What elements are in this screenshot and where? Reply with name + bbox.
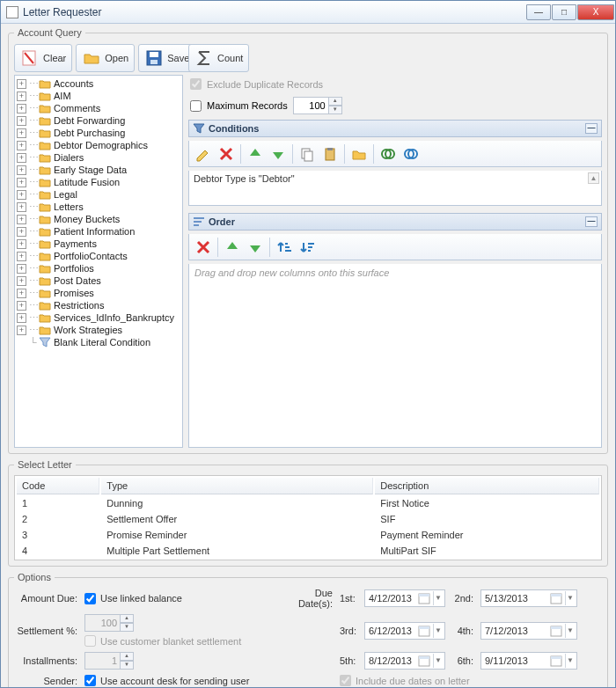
spin-up-icon[interactable]: ▲ xyxy=(120,614,134,623)
column-header[interactable]: Type xyxy=(101,478,373,494)
tree-leaf[interactable]: └Blank Literal Condition xyxy=(17,336,180,348)
tree-item[interactable]: +⋯Patient Information xyxy=(17,225,180,238)
date2-picker[interactable]: 5/13/2013▼ xyxy=(480,589,577,607)
tree-item[interactable]: +⋯Work Strategies xyxy=(17,324,180,336)
tree-item[interactable]: +⋯Payments xyxy=(17,238,180,250)
exclude-duplicates-checkbox[interactable] xyxy=(190,78,202,90)
expand-icon[interactable]: + xyxy=(17,289,26,298)
use-desk-checkbox[interactable] xyxy=(84,675,96,686)
order-dropzone[interactable]: Drag and drop new columns onto this surf… xyxy=(188,264,602,448)
expand-icon[interactable]: + xyxy=(17,104,26,113)
tree-item[interactable]: +⋯Dialers xyxy=(17,151,180,164)
tree-item[interactable]: +⋯Post Dates xyxy=(17,274,180,287)
group-and-icon[interactable] xyxy=(378,143,399,165)
expand-icon[interactable]: + xyxy=(17,326,26,335)
tree-item[interactable]: +⋯Letters xyxy=(17,201,180,213)
order-delete-icon[interactable] xyxy=(193,237,214,258)
order-up-icon[interactable] xyxy=(222,237,243,258)
tree-item[interactable]: +⋯Promises xyxy=(17,287,180,299)
settlement-value[interactable] xyxy=(84,614,120,632)
count-button[interactable]: Count xyxy=(188,44,249,72)
conditions-text[interactable]: Debtor Type is "Debtor" ▲ xyxy=(188,171,602,206)
table-row[interactable]: 1DunningFirst Notice xyxy=(17,496,599,510)
tree-item[interactable]: +⋯Debt Purchasing xyxy=(17,127,180,139)
expand-icon[interactable]: + xyxy=(17,215,26,224)
tree-item[interactable]: +⋯Money Buckets xyxy=(17,213,180,225)
sort-desc-icon[interactable] xyxy=(297,237,318,258)
copy-icon[interactable] xyxy=(297,143,318,165)
expand-icon[interactable]: + xyxy=(17,239,26,249)
tree-item[interactable]: +⋯Legal xyxy=(17,188,180,201)
settlement-spinner[interactable]: ▲▼ xyxy=(84,614,134,632)
table-row[interactable]: 3Promise ReminderPayment Reminder xyxy=(17,528,599,542)
tree-item[interactable]: +⋯Debt Forwarding xyxy=(17,114,180,127)
edit-icon[interactable] xyxy=(193,143,214,165)
move-up-icon[interactable] xyxy=(245,143,266,165)
column-header[interactable]: Description xyxy=(375,478,599,494)
dropdown-icon[interactable]: ▼ xyxy=(433,591,443,605)
tree-item[interactable]: +⋯AIM xyxy=(17,90,180,102)
table-row[interactable]: 4Multiple Part SettlementMultiPart SIF xyxy=(17,544,599,558)
order-down-icon[interactable] xyxy=(245,237,266,258)
date1-picker[interactable]: 4/12/2013▼ xyxy=(364,589,445,607)
scroll-up-icon[interactable]: ▲ xyxy=(588,172,599,184)
expand-icon[interactable]: + xyxy=(17,276,26,286)
dropdown-icon[interactable]: ▼ xyxy=(433,654,443,668)
expand-icon[interactable]: + xyxy=(17,116,26,126)
maximize-button[interactable]: □ xyxy=(552,4,576,20)
expand-icon[interactable]: + xyxy=(17,91,26,101)
tree-item[interactable]: +⋯Comments xyxy=(17,102,180,114)
open-button[interactable]: Open xyxy=(76,44,135,72)
move-down-icon[interactable] xyxy=(268,143,289,165)
letter-grid[interactable]: CodeTypeDescription 1DunningFirst Notice… xyxy=(14,475,602,560)
tree-item[interactable]: +⋯Services_IdInfo_Bankruptcy xyxy=(17,311,180,324)
folder-icon[interactable] xyxy=(348,143,370,165)
expand-icon[interactable]: + xyxy=(17,79,26,89)
date3-picker[interactable]: 6/12/2013▼ xyxy=(364,622,445,640)
conditions-collapse-button[interactable]: — xyxy=(585,123,598,134)
save-button[interactable]: Save xyxy=(138,44,195,72)
expand-icon[interactable]: + xyxy=(17,190,26,200)
date4-picker[interactable]: 7/12/2013▼ xyxy=(480,622,577,640)
tree-item[interactable]: +⋯Early Stage Data xyxy=(17,164,180,176)
expand-icon[interactable]: + xyxy=(17,252,26,261)
include-dates-checkbox[interactable] xyxy=(340,675,351,686)
expand-icon[interactable]: + xyxy=(17,202,26,212)
query-tree[interactable]: +⋯Accounts+⋯AIM+⋯Comments+⋯Debt Forwardi… xyxy=(14,75,183,448)
max-records-value[interactable] xyxy=(293,97,328,114)
close-window-button[interactable]: X xyxy=(577,4,614,20)
use-linked-checkbox[interactable] xyxy=(84,593,96,604)
paste-icon[interactable] xyxy=(319,143,341,165)
installments-value[interactable] xyxy=(84,652,120,670)
expand-icon[interactable]: + xyxy=(17,165,26,175)
installments-spinner[interactable]: ▲▼ xyxy=(84,652,134,670)
date6-picker[interactable]: 9/11/2013▼ xyxy=(480,652,577,670)
expand-icon[interactable]: + xyxy=(17,264,26,274)
spin-down-icon[interactable]: ▼ xyxy=(120,623,134,632)
spin-down-icon[interactable]: ▼ xyxy=(328,106,342,114)
expand-icon[interactable]: + xyxy=(17,128,26,138)
spin-down-icon[interactable]: ▼ xyxy=(120,661,134,670)
delete-icon[interactable] xyxy=(216,143,237,165)
sort-asc-icon[interactable] xyxy=(274,237,295,258)
dropdown-icon[interactable]: ▼ xyxy=(565,654,575,668)
table-row[interactable]: 2Settlement OfferSIF xyxy=(17,512,599,526)
dropdown-icon[interactable]: ▼ xyxy=(433,624,443,638)
expand-icon[interactable]: + xyxy=(17,301,26,311)
blanket-checkbox[interactable] xyxy=(84,635,96,647)
max-records-checkbox[interactable] xyxy=(190,100,202,112)
expand-icon[interactable]: + xyxy=(17,141,26,150)
tree-item[interactable]: +⋯Restrictions xyxy=(17,299,180,311)
order-collapse-button[interactable]: — xyxy=(585,216,598,227)
column-header[interactable]: Code xyxy=(17,478,99,494)
tree-item[interactable]: +⋯Accounts xyxy=(17,77,180,90)
group-or-icon[interactable] xyxy=(400,143,422,165)
expand-icon[interactable]: + xyxy=(17,313,26,323)
max-records-spinner[interactable]: ▲▼ xyxy=(293,97,342,114)
minimize-button[interactable]: — xyxy=(526,4,551,20)
spin-up-icon[interactable]: ▲ xyxy=(328,97,342,106)
date5-picker[interactable]: 8/12/2013▼ xyxy=(364,652,445,670)
expand-icon[interactable]: + xyxy=(17,153,26,163)
dropdown-icon[interactable]: ▼ xyxy=(565,624,575,638)
dropdown-icon[interactable]: ▼ xyxy=(565,591,575,605)
